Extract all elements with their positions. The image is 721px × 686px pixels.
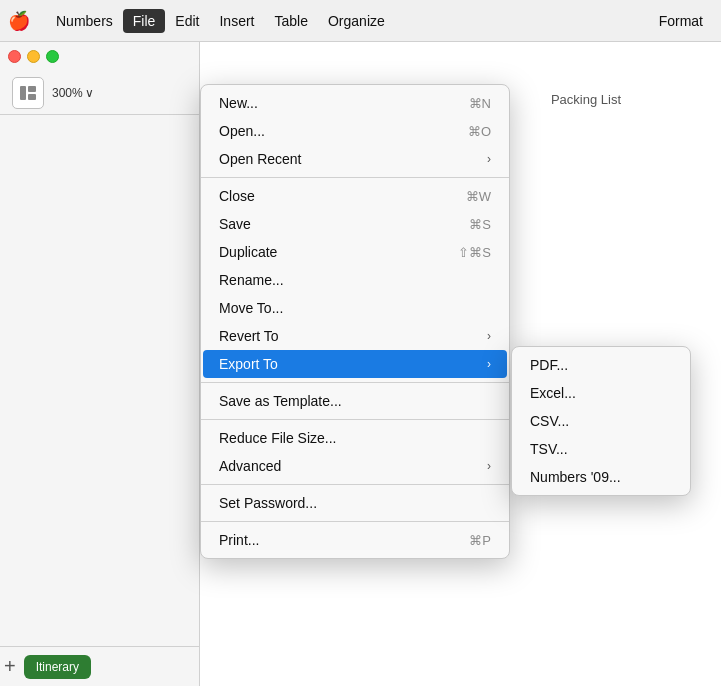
itinerary-tab[interactable]: Itinerary	[24, 655, 91, 679]
organize-menu-item[interactable]: Organize	[318, 9, 395, 33]
table-menu-item[interactable]: Table	[265, 9, 318, 33]
format-menu-item[interactable]: Format	[649, 9, 713, 33]
sidebar-toolbar: 300% ∨	[0, 71, 199, 115]
submenu-item-numbers09[interactable]: Numbers '09...	[514, 463, 688, 491]
zoom-arrow: ∨	[85, 86, 94, 100]
zoom-control[interactable]: 300% ∨	[52, 86, 94, 100]
open-recent-chevron-icon: ›	[487, 152, 491, 166]
menu-item-save[interactable]: Save ⌘S	[203, 210, 507, 238]
maximize-button[interactable]	[46, 50, 59, 63]
add-sheet-button[interactable]: +	[4, 655, 16, 678]
edit-menu-item[interactable]: Edit	[165, 9, 209, 33]
revert-to-chevron-icon: ›	[487, 329, 491, 343]
insert-menu-item[interactable]: Insert	[209, 9, 264, 33]
advanced-chevron-icon: ›	[487, 459, 491, 473]
menu-item-open[interactable]: Open... ⌘O	[203, 117, 507, 145]
submenu-item-csv-label: CSV...	[530, 413, 672, 429]
menu-item-rename-label: Rename...	[219, 272, 491, 288]
minimize-button[interactable]	[27, 50, 40, 63]
menu-item-save-label: Save	[219, 216, 469, 232]
separator-1	[201, 177, 509, 178]
menu-item-print-label: Print...	[219, 532, 469, 548]
menu-item-export-to[interactable]: Export To › PDF... Excel... CSV... TSV..…	[203, 350, 507, 378]
menubar: 🍎 Numbers File Edit Insert Table Organiz…	[0, 0, 721, 42]
menu-item-duplicate-shortcut: ⇧⌘S	[458, 245, 491, 260]
submenu-item-csv[interactable]: CSV...	[514, 407, 688, 435]
menu-item-reduce[interactable]: Reduce File Size...	[203, 424, 507, 452]
menu-item-close-label: Close	[219, 188, 466, 204]
submenu-item-pdf[interactable]: PDF...	[514, 351, 688, 379]
separator-4	[201, 484, 509, 485]
menu-item-move-to[interactable]: Move To...	[203, 294, 507, 322]
packing-list-tab-label[interactable]: Packing List	[551, 92, 621, 107]
export-to-chevron-icon: ›	[487, 357, 491, 371]
submenu-item-tsv-label: TSV...	[530, 441, 672, 457]
svg-rect-0	[20, 86, 26, 100]
zoom-label: 300%	[52, 86, 83, 100]
menu-item-set-password-label: Set Password...	[219, 495, 491, 511]
app-name: Numbers	[46, 9, 123, 33]
menu-item-open-shortcut: ⌘O	[468, 124, 491, 139]
view-icon	[20, 86, 36, 100]
submenu-item-excel[interactable]: Excel...	[514, 379, 688, 407]
menu-item-new-label: New...	[219, 95, 469, 111]
file-menu-dropdown: New... ⌘N Open... ⌘O Open Recent › Close…	[200, 84, 510, 559]
menu-item-reduce-label: Reduce File Size...	[219, 430, 491, 446]
menu-item-duplicate[interactable]: Duplicate ⇧⌘S	[203, 238, 507, 266]
menu-item-print[interactable]: Print... ⌘P	[203, 526, 507, 554]
submenu-item-excel-label: Excel...	[530, 385, 672, 401]
file-menu-item[interactable]: File	[123, 9, 166, 33]
separator-3	[201, 419, 509, 420]
menu-item-new-shortcut: ⌘N	[469, 96, 491, 111]
sidebar: 300% ∨ + Itinerary	[0, 42, 200, 686]
menu-item-open-recent[interactable]: Open Recent ›	[203, 145, 507, 173]
menu-item-save-template-label: Save as Template...	[219, 393, 491, 409]
separator-2	[201, 382, 509, 383]
menu-item-set-password[interactable]: Set Password...	[203, 489, 507, 517]
app-content: 300% ∨ + Itinerary Packing List New... ⌘…	[0, 42, 721, 686]
menu-item-export-to-label: Export To	[219, 356, 487, 372]
close-button[interactable]	[8, 50, 21, 63]
menu-item-open-recent-label: Open Recent	[219, 151, 487, 167]
menu-item-rename[interactable]: Rename...	[203, 266, 507, 294]
menu-item-advanced[interactable]: Advanced ›	[203, 452, 507, 480]
menu-item-new[interactable]: New... ⌘N	[203, 89, 507, 117]
menu-item-save-shortcut: ⌘S	[469, 217, 491, 232]
menu-item-advanced-label: Advanced	[219, 458, 487, 474]
menu-item-close-shortcut: ⌘W	[466, 189, 491, 204]
view-button[interactable]	[12, 77, 44, 109]
menu-item-move-to-label: Move To...	[219, 300, 491, 316]
menu-item-save-template[interactable]: Save as Template...	[203, 387, 507, 415]
separator-5	[201, 521, 509, 522]
traffic-lights	[0, 42, 199, 71]
submenu-item-numbers09-label: Numbers '09...	[530, 469, 672, 485]
menu-item-close[interactable]: Close ⌘W	[203, 182, 507, 210]
menu-item-open-label: Open...	[219, 123, 468, 139]
submenu-item-pdf-label: PDF...	[530, 357, 672, 373]
menu-item-duplicate-label: Duplicate	[219, 244, 458, 260]
export-submenu: PDF... Excel... CSV... TSV... Numbers '0…	[511, 346, 691, 496]
sheet-tabs-area: + Itinerary	[0, 646, 199, 686]
apple-menu-icon[interactable]: 🍎	[8, 10, 30, 32]
svg-rect-2	[28, 94, 36, 100]
menu-item-revert-to-label: Revert To	[219, 328, 487, 344]
menu-item-revert-to[interactable]: Revert To ›	[203, 322, 507, 350]
submenu-item-tsv[interactable]: TSV...	[514, 435, 688, 463]
menu-item-print-shortcut: ⌘P	[469, 533, 491, 548]
svg-rect-1	[28, 86, 36, 92]
